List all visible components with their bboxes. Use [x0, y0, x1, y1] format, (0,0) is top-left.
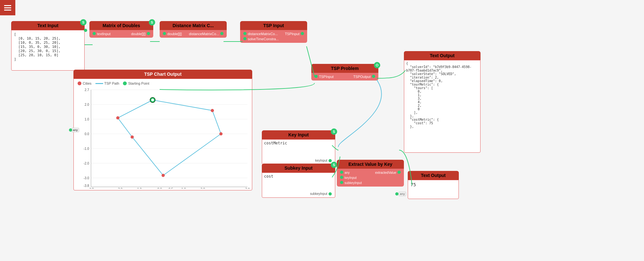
- svg-point-26: [211, 109, 214, 112]
- subkey-out-label: subkeyInput: [310, 192, 327, 196]
- tsp-input-label: TSP Input: [263, 23, 284, 28]
- svg-text:-3.0: -3.0: [84, 176, 89, 180]
- tsp-input-out-port: [301, 32, 304, 35]
- matrix-doubles-node: Matrix of Doubles S textInput double[][]: [89, 21, 153, 38]
- subkey-input-badge: S: [331, 162, 337, 168]
- matrix-doubles-badge: S: [149, 19, 155, 26]
- matrix-doubles-header: Matrix of Doubles S: [89, 21, 153, 30]
- text-input-node: Text Input S: [11, 21, 85, 71]
- text-out-2-any: any: [398, 192, 406, 196]
- chart-svg: 2.7 2.0 1.0 0.0 -1.0 -2.0 -3.0 -3.8 -3.8…: [75, 87, 250, 189]
- tsp-problem-badge: O: [374, 62, 380, 68]
- tsp-problem-in-port: [314, 75, 318, 78]
- svg-text:2.7: 2.7: [85, 88, 89, 92]
- tsp-input-in-port2: [243, 37, 246, 40]
- key-input-label: Key Input: [288, 132, 309, 137]
- tsp-problem-port: TSPInput TSPOutput: [313, 74, 376, 79]
- text-output-2-text: 75: [411, 182, 416, 187]
- extract-port-any: any extractedValue: [339, 170, 402, 175]
- legend-starting-point: Starting Point: [123, 81, 149, 85]
- key-input-header: Key Input S: [262, 130, 335, 139]
- svg-text:2.0: 2.0: [201, 188, 205, 189]
- extract-any-label: any: [345, 171, 350, 174]
- svg-point-27: [219, 132, 223, 135]
- tsp-input-in-port1: [243, 32, 246, 35]
- canvas: Text Input S Matrix of Doubles S textInp…: [0, 0, 644, 261]
- text-output-1-text: { "solverId": "b7d9f3b9-8447-4598- b707-…: [406, 62, 478, 128]
- key-input-textarea[interactable]: [264, 141, 333, 157]
- text-output-2-label: Text Output: [421, 173, 446, 178]
- svg-text:2.0: 2.0: [85, 103, 89, 106]
- text-out-2-in-port: [395, 192, 398, 196]
- subkey-input-node: Subkey Input S subkeyInput: [262, 164, 335, 198]
- svg-point-32: [151, 99, 154, 101]
- extract-value-label: Extract Value by Key: [348, 162, 392, 167]
- text-output-1-label: Text Output: [430, 53, 455, 58]
- extract-port-subkey: subkeyInput: [339, 180, 402, 185]
- tsp-problem-out-port: [372, 75, 375, 78]
- text-output-1-node: Text Output { "solverId": "b7d9f3b9-8447…: [404, 51, 481, 153]
- extract-key-label: keyInput: [345, 176, 357, 180]
- subkey-input-label: Subkey Input: [284, 165, 313, 171]
- subkey-input-textarea[interactable]: [264, 174, 333, 190]
- matrix-doubles-label: Matrix of Doubles: [102, 23, 140, 28]
- distance-matrix-body: double[][] distanceMatrixCo...: [160, 30, 227, 38]
- cities-dot: [78, 81, 81, 85]
- svg-text:1.0: 1.0: [181, 188, 186, 189]
- tsp-chart-label: TSP Chart Output: [144, 72, 181, 77]
- text-input-badge: S: [80, 19, 87, 26]
- text-input-textarea[interactable]: [14, 32, 82, 67]
- tsp-input-port1: distanceMatrixCo... TSPInput: [242, 31, 305, 36]
- tsp-input-header: TSP Input: [240, 21, 307, 30]
- text-output-2-header: Text Output: [408, 171, 459, 180]
- extract-out-port: [398, 171, 401, 174]
- distance-matrix-header: Distance Matrix C...: [160, 21, 227, 30]
- text-output-2-content: 75 any: [408, 180, 459, 199]
- tsp-input-port2: solveTimeConstra...: [242, 36, 305, 42]
- subkey-input-port: subkeyInput: [264, 191, 333, 196]
- tsp-path-line: [95, 83, 103, 84]
- tsp-chart-body: Cities TSP Path Starting Point: [73, 79, 252, 190]
- matrix-doubles-out-port: [147, 32, 150, 35]
- svg-text:-1.0: -1.0: [84, 147, 89, 150]
- extract-value-node: Extract Value by Key any extractedValue …: [337, 160, 404, 187]
- tsp-chart-output-node: TSP Chart Output any Cities TSP Path Sta…: [73, 70, 252, 190]
- key-input-node: Key Input S keyInput: [262, 130, 335, 165]
- cities-label: Cities: [83, 81, 92, 85]
- matrix-doubles-in-port: [93, 32, 96, 35]
- svg-text:0.0: 0.0: [85, 132, 89, 136]
- starting-label: Starting Point: [128, 81, 149, 85]
- svg-text:1.0: 1.0: [85, 118, 89, 121]
- svg-text:-3.8: -3.8: [88, 188, 94, 189]
- text-input-header: Text Input S: [11, 21, 85, 30]
- svg-text:3.8: 3.8: [245, 188, 250, 189]
- chart-legend: Cities TSP Path Starting Point: [75, 80, 251, 87]
- text-output-2-node: Text Output 75 any: [408, 171, 459, 199]
- tsp-problem-label: TSP Problem: [331, 66, 359, 71]
- extract-port-key: keyInput: [339, 175, 402, 180]
- key-input-out-port: [329, 159, 332, 162]
- svg-point-28: [162, 174, 165, 177]
- svg-text:0.5: 0.5: [169, 188, 173, 189]
- subkey-input-body: subkeyInput: [262, 173, 335, 198]
- tsp-chart-header: TSP Chart Output any: [73, 70, 252, 79]
- extract-subkey-label: subkeyInput: [345, 181, 362, 185]
- svg-text:0.0: 0.0: [157, 188, 162, 189]
- key-input-port: keyInput: [264, 158, 333, 163]
- menu-bar[interactable]: [0, 0, 15, 15]
- tsp-problem-node: TSP Problem O TSPInput TSPOutput: [311, 64, 378, 81]
- distance-matrix-port: double[][] distanceMatrixCo...: [162, 31, 225, 36]
- extract-in-any: [340, 171, 343, 174]
- extract-in-subkey: [340, 181, 343, 184]
- legend-tsp-path: TSP Path: [95, 81, 119, 85]
- chart-in-port: [69, 128, 72, 132]
- hamburger-icon: [4, 5, 11, 11]
- key-input-out-label: keyInput: [315, 159, 327, 162]
- text-input-out-port: [84, 29, 87, 32]
- tsp-input-body: distanceMatrixCo... TSPInput solveTimeCo…: [240, 30, 307, 43]
- svg-text:-2.0: -2.0: [84, 162, 89, 165]
- chart-any-badge: any: [72, 128, 79, 132]
- svg-text:-1.0: -1.0: [136, 188, 142, 189]
- svg-point-30: [116, 116, 119, 119]
- tsp-path-label: TSP Path: [104, 81, 119, 85]
